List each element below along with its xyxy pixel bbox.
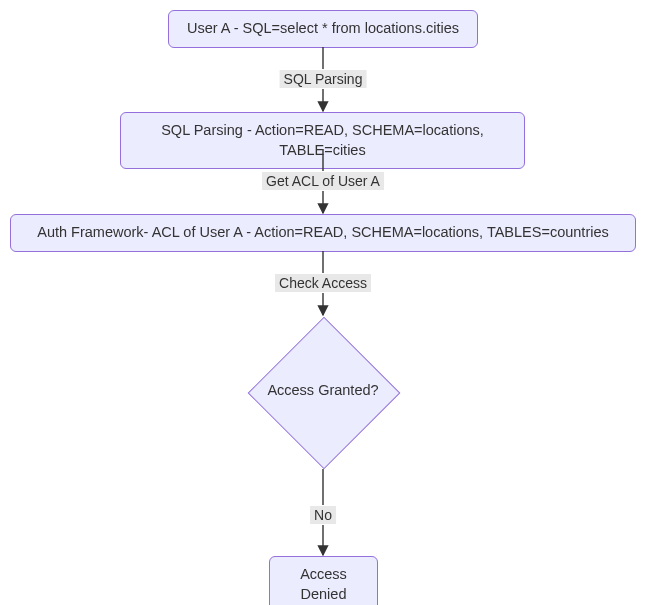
- node-access-denied: Access Denied: [269, 556, 378, 605]
- node-access-decision: Access Granted?: [247, 316, 399, 468]
- node-access-denied-text: Access Denied: [300, 566, 347, 602]
- edge-label-sql-parsing: SQL Parsing: [280, 70, 367, 88]
- node-user-sql: User A - SQL=select * from locations.cit…: [168, 10, 478, 48]
- node-user-sql-text: User A - SQL=select * from locations.cit…: [187, 20, 459, 36]
- node-auth-framework: Auth Framework- ACL of User A - Action=R…: [10, 214, 636, 252]
- node-access-decision-text: Access Granted?: [247, 382, 399, 398]
- edge-label-no: No: [310, 506, 336, 524]
- edge-label-check-access: Check Access: [275, 274, 371, 292]
- node-sql-parsing-text: SQL Parsing - Action=READ, SCHEMA=locati…: [161, 122, 484, 158]
- edge-label-get-acl: Get ACL of User A: [262, 172, 384, 190]
- node-sql-parsing: SQL Parsing - Action=READ, SCHEMA=locati…: [120, 112, 525, 169]
- node-auth-framework-text: Auth Framework- ACL of User A - Action=R…: [37, 224, 609, 240]
